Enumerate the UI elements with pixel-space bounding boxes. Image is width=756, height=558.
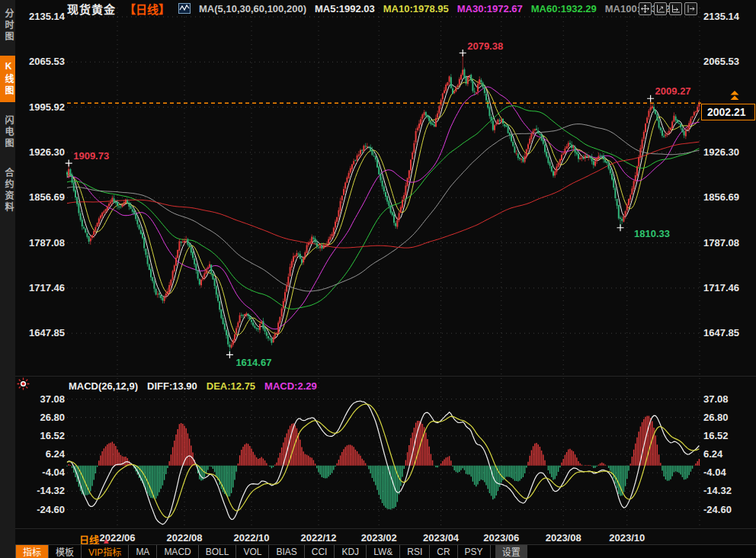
macd-axis-right-3: 6.24	[703, 448, 723, 460]
price-axis-left-2: 1995.92	[29, 101, 65, 113]
macd-axis-left-1: 26.80	[40, 412, 65, 423]
sidebar-tab-0[interactable]: 分时图	[0, 3, 15, 48]
macd-axis-right-5: -14.32	[703, 485, 732, 496]
macd-axis-right-1: 26.80	[703, 412, 729, 423]
annotation-cross-icon	[66, 160, 72, 167]
macd-dea-line	[67, 404, 699, 518]
price-axis-left-5: 1787.08	[29, 237, 65, 249]
trading-app-window: 1909.731614.672079.381810.332009.272135.…	[0, 0, 756, 558]
indicator-tab-13[interactable]: PSY	[458, 545, 491, 558]
price-axis-right-7: 1647.85	[703, 327, 739, 338]
indicator-tab-3[interactable]: MA	[129, 545, 157, 558]
annotation-cross-icon	[647, 95, 654, 102]
crosshair-move-icon[interactable]	[639, 2, 652, 15]
date-axis-label-2: 2022/10	[234, 532, 270, 544]
indicator-tab-2[interactable]: VIP指标	[82, 545, 129, 558]
mini-chart-icon[interactable]	[178, 3, 191, 14]
indicator-tab-12[interactable]: CR	[430, 545, 457, 558]
annotation-label-4: 2009.27	[655, 85, 691, 97]
macd-dea-value: DEA:12.75	[207, 380, 255, 392]
price-axis-right-3: 1926.30	[703, 146, 739, 158]
ma-legend-value-0: MA5:1992.03	[315, 3, 375, 14]
ma-line-10	[67, 79, 699, 335]
macd-axis-right-2: 16.52	[703, 430, 729, 441]
scale-axis-right-icon[interactable]	[669, 2, 682, 15]
annotation-label-3: 1810.33	[634, 228, 670, 239]
price-up-arrows-icon	[728, 91, 742, 104]
macd-axis-left-3: 6.24	[46, 448, 66, 460]
price-axis-left-4: 1856.69	[29, 191, 65, 203]
macd-histogram-positive	[69, 416, 699, 466]
price-axis-left-3: 1926.30	[29, 146, 65, 158]
sidebar-tab-1[interactable]: K线图	[0, 56, 15, 102]
macd-axis-left-6: -24.60	[37, 504, 65, 515]
sidebar-tab-3[interactable]: 合约资料	[0, 162, 15, 219]
macd-macd-value: MACD:2.29	[264, 380, 317, 392]
date-axis-label-4: 2023/02	[361, 532, 397, 544]
chart-header: 现货黄金 【日线】 MA(5,10,30,60,100,200) MA5:199…	[67, 2, 671, 15]
macd-diff-value: DIFF:13.90	[147, 380, 197, 392]
macd-axis-right-0: 37.08	[703, 393, 729, 405]
indicator-tab-1[interactable]: 模板	[49, 545, 82, 558]
date-axis-label-3: 2022/12	[301, 532, 337, 544]
ma-line-100	[67, 124, 699, 291]
price-axis-left-1: 2065.53	[29, 56, 65, 67]
macd-axis-left-2: 16.52	[40, 430, 65, 441]
price-axis-right-1: 2065.53	[703, 56, 739, 67]
annotation-cross-icon	[617, 224, 624, 231]
macd-pane-header: MACD(26,12,9) DIFF:13.90 DEA:12.75 MACD:…	[69, 380, 317, 392]
ma-legend-value-1: MA10:1978.95	[383, 3, 449, 14]
indicator-tab-0[interactable]: 指标	[15, 545, 49, 558]
price-axis-right-6: 1717.46	[703, 282, 739, 293]
grid-lines	[15, 8, 756, 529]
indicator-tab-8[interactable]: CCI	[305, 545, 335, 558]
ma-lines	[67, 76, 699, 342]
left-sidebar: 分时图K线图闪电图合约资料	[0, 0, 15, 558]
indicator-tab-4[interactable]: MACD	[157, 545, 198, 558]
ma-legend: MA5:1992.03MA10:1978.95MA30:1972.67MA60:…	[315, 3, 671, 14]
chart-canvas[interactable]: 1909.731614.672079.381810.332009.272135.…	[0, 0, 756, 558]
macd-axis-right-6: -24.60	[703, 504, 732, 515]
period-tag: 【日线】	[124, 1, 170, 17]
price-axis-left-0: 2135.14	[29, 11, 66, 22]
macd-pane	[67, 401, 699, 524]
indicator-tab-11[interactable]: RSI	[400, 545, 430, 558]
ma-legend-value-2: MA30:1972.67	[457, 3, 523, 14]
axis-labels: 2135.142135.142065.532065.531995.921995.…	[29, 11, 740, 544]
macd-axis-right-4: -4.04	[703, 467, 726, 478]
indicator-tab-7[interactable]: BIAS	[269, 545, 304, 558]
macd-diff-line	[67, 401, 699, 524]
macd-axis-left-4: -4.04	[42, 467, 65, 478]
indicator-tab-14[interactable]: 设置	[495, 545, 527, 558]
price-axis-right-5: 1787.08	[703, 237, 739, 249]
indicator-tab-6[interactable]: VOL	[236, 545, 269, 558]
macd-axis-left-5: -14.32	[37, 485, 65, 496]
indicator-tab-9[interactable]: KDJ	[335, 545, 367, 558]
price-axis-left-6: 1717.46	[29, 282, 65, 293]
macd-params-label: MACD(26,12,9)	[69, 380, 138, 392]
annotation-cross-icon	[460, 50, 466, 56]
date-axis-label-7: 2023/08	[546, 532, 581, 544]
annotation-label-2: 2079.38	[467, 40, 503, 52]
date-axis-label-8: 2023/10	[609, 532, 645, 544]
ma-legend-value-3: MA60:1932.29	[531, 3, 597, 14]
price-axis-left-7: 1647.85	[29, 327, 65, 338]
sidebar-tab-2[interactable]: 闪电图	[0, 110, 15, 155]
date-axis-label-6: 2023/06	[483, 532, 519, 544]
macd-axis-left-0: 37.08	[40, 393, 65, 405]
indicator-tabs: 指标模板VIP指标MAMACDBOLLVOLBIASCCIKDJLW&RSICR…	[15, 544, 756, 558]
live-indicator-icon	[17, 377, 30, 393]
ma-params-label: MA(5,10,30,60,100,200)	[199, 3, 306, 14]
indicator-tab-10[interactable]: LW&	[367, 545, 400, 558]
ma-line-60	[67, 106, 699, 309]
pan-right-icon[interactable]	[684, 2, 697, 15]
annotation-label-1: 1614.67	[235, 357, 271, 368]
ma-line-5	[67, 76, 699, 342]
current-price-box: 2002.21	[701, 104, 755, 120]
annotation-label-0: 1909.73	[73, 150, 109, 162]
symbol-name: 现货黄金	[67, 1, 116, 17]
date-axis-label-5: 2023/04	[423, 532, 460, 544]
scale-axis-up-icon[interactable]	[654, 2, 667, 15]
indicator-tab-5[interactable]: BOLL	[199, 545, 237, 558]
date-axis-label-1: 2022/08	[167, 532, 203, 544]
